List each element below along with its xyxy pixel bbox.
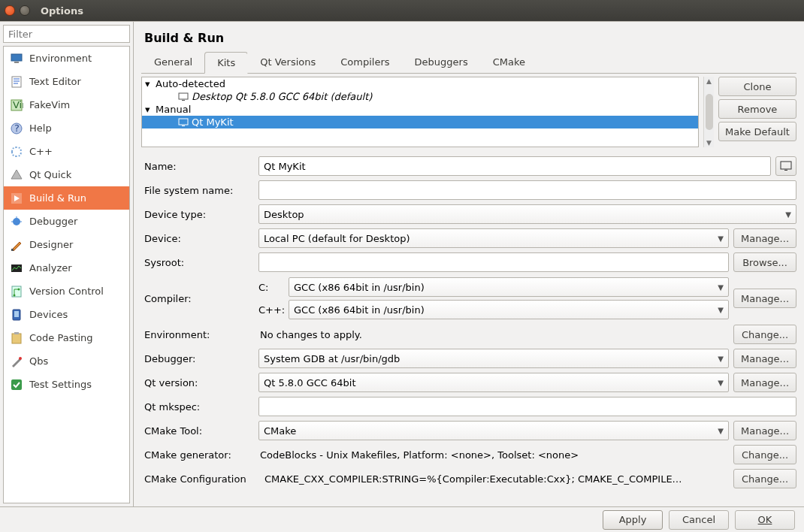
sidebar-item-build-run[interactable]: Build & Run (4, 186, 129, 210)
titlebar: Options (0, 0, 804, 21)
chevron-up-icon[interactable]: ▲ (706, 77, 712, 85)
qtquick-icon (10, 168, 23, 182)
env-change-button[interactable]: Change... (733, 325, 796, 344)
name-input[interactable] (258, 156, 771, 176)
kits-tree-scrollbar[interactable]: ▲ ▼ (703, 77, 714, 147)
sidebar-item-help[interactable]: ?Help (4, 116, 129, 140)
remove-button[interactable]: Remove (718, 99, 796, 119)
devtype-select[interactable]: Desktop▼ (258, 204, 796, 224)
tab-cmake[interactable]: CMake (480, 51, 538, 73)
device-select[interactable]: Local PC (default for Desktop)▼ (258, 228, 729, 248)
kit-icon-button[interactable] (775, 156, 796, 176)
compiler-c-label: C: (258, 282, 284, 293)
svg-rect-27 (182, 100, 185, 101)
chevron-down-icon: ▼ (718, 379, 724, 387)
help-icon: ? (10, 122, 23, 135)
sidebar-item-c-[interactable]: C++ (4, 140, 129, 163)
chevron-down-icon: ▼ (785, 210, 791, 219)
tree-item-manual-kit-selected[interactable]: Qt MyKit (142, 116, 698, 128)
fsname-input[interactable] (258, 180, 796, 200)
svg-rect-31 (784, 170, 787, 171)
tree-item-auto-kit[interactable]: Desktop Qt 5.8.0 GCC 64bit (default) (142, 90, 698, 103)
cmakecfg-label: CMake Configuration (141, 473, 258, 485)
sysroot-input[interactable] (258, 252, 729, 272)
sidebar-item-label: Devices (29, 309, 68, 320)
tab-compilers[interactable]: Compilers (328, 51, 402, 73)
compiler-label: Compiler: (141, 293, 254, 304)
svg-rect-16 (11, 264, 22, 272)
tab-qt-versions[interactable]: Qt Versions (247, 51, 328, 73)
cmakecfg-change-button[interactable]: Change... (733, 469, 796, 488)
codepaste-icon (10, 331, 23, 345)
sidebar: EnvironmentText EditorVimFakeVim?HelpC++… (0, 22, 134, 506)
svg-rect-22 (12, 334, 21, 343)
tab-kits[interactable]: Kits (204, 52, 248, 74)
compiler-manage-button[interactable]: Manage... (733, 289, 796, 308)
qbs-icon (10, 355, 23, 368)
svg-point-19 (18, 288, 20, 290)
mkspec-label: Qt mkspec: (141, 401, 254, 413)
sidebar-item-fakevim[interactable]: VimFakeVim (4, 93, 129, 116)
sidebar-item-analyzer[interactable]: Analyzer (4, 256, 129, 280)
sidebar-item-qt-quick[interactable]: Qt Quick (4, 163, 129, 186)
kits-tree[interactable]: ▾ Auto-detected Desktop Qt 5.8.0 GCC 64b… (141, 77, 699, 147)
sidebar-item-label: Qbs (29, 355, 48, 367)
svg-rect-15 (11, 249, 14, 251)
cmaketool-manage-button[interactable]: Manage... (733, 421, 796, 440)
tab-debuggers[interactable]: Debuggers (402, 51, 481, 73)
compiler-c-select[interactable]: GCC (x86 64bit in /usr/bin)▼ (289, 277, 729, 297)
chevron-down-icon[interactable]: ▼ (706, 139, 712, 147)
svg-rect-1 (14, 62, 19, 63)
name-label: Name: (141, 161, 254, 172)
sidebar-item-debugger[interactable]: Debugger (4, 210, 129, 233)
sidebar-item-devices[interactable]: Devices (4, 303, 129, 326)
window-minimize-button[interactable] (20, 5, 30, 16)
mkspec-input[interactable] (258, 397, 796, 416)
svg-point-24 (19, 357, 22, 360)
scrollbar-thumb[interactable] (706, 94, 713, 130)
sidebar-item-label: Analyzer (29, 262, 72, 274)
clone-button[interactable]: Clone (718, 77, 796, 96)
sysroot-label: Sysroot: (141, 257, 254, 268)
sidebar-item-code-pasting[interactable]: Code Pasting (4, 326, 129, 349)
tree-node-autodetected[interactable]: ▾ Auto-detected (142, 77, 698, 90)
ok-button[interactable]: OK (735, 510, 795, 530)
debugger-select[interactable]: System GDB at /usr/bin/gdb▼ (258, 349, 729, 368)
sidebar-item-environment[interactable]: Environment (4, 47, 129, 70)
svg-point-18 (14, 294, 16, 296)
texteditor-icon (10, 75, 23, 89)
window-close-button[interactable] (5, 5, 15, 16)
sidebar-item-qbs[interactable]: Qbs (4, 349, 129, 373)
debugger-manage-button[interactable]: Manage... (733, 349, 796, 368)
qtver-manage-button[interactable]: Manage... (733, 373, 796, 392)
make-default-button[interactable]: Make Default (718, 122, 796, 141)
filter-input[interactable] (3, 25, 130, 43)
cancel-button[interactable]: Cancel (669, 510, 729, 530)
sysroot-browse-button[interactable]: Browse... (733, 252, 796, 272)
svg-rect-25 (11, 379, 22, 390)
cmakegen-change-button[interactable]: Change... (733, 445, 796, 464)
device-manage-button[interactable]: Manage... (733, 228, 796, 248)
cmaketool-select[interactable]: CMake▼ (258, 421, 729, 440)
sidebar-item-test-settings[interactable]: Test Settings (4, 373, 129, 396)
apply-button[interactable]: Apply (603, 510, 663, 530)
cmakegen-label: CMake generator: (141, 449, 254, 461)
svg-rect-28 (179, 119, 188, 125)
chevron-down-icon: ▾ (145, 78, 153, 89)
cmaketool-label: CMake Tool: (141, 425, 254, 437)
tab-bar: GeneralKitsQt VersionsCompilersDebuggers… (141, 51, 796, 74)
svg-rect-0 (11, 54, 22, 61)
sidebar-item-designer[interactable]: Designer (4, 233, 129, 256)
tree-node-manual[interactable]: ▾ Manual (142, 103, 698, 116)
tab-general[interactable]: General (141, 51, 205, 73)
compiler-cxx-select[interactable]: GCC (x86 64bit in /usr/bin)▼ (289, 300, 729, 319)
sidebar-item-text-editor[interactable]: Text Editor (4, 70, 129, 93)
sidebar-item-label: Build & Run (29, 192, 86, 204)
designer-icon (10, 238, 23, 252)
sidebar-item-version-control[interactable]: Version Control (4, 280, 129, 303)
svg-rect-30 (781, 162, 791, 169)
sidebar-item-label: Debugger (29, 216, 77, 227)
sidebar-item-label: Test Settings (29, 379, 92, 390)
env-label: Environment: (141, 329, 254, 340)
qtver-select[interactable]: Qt 5.8.0 GCC 64bit▼ (258, 373, 729, 392)
